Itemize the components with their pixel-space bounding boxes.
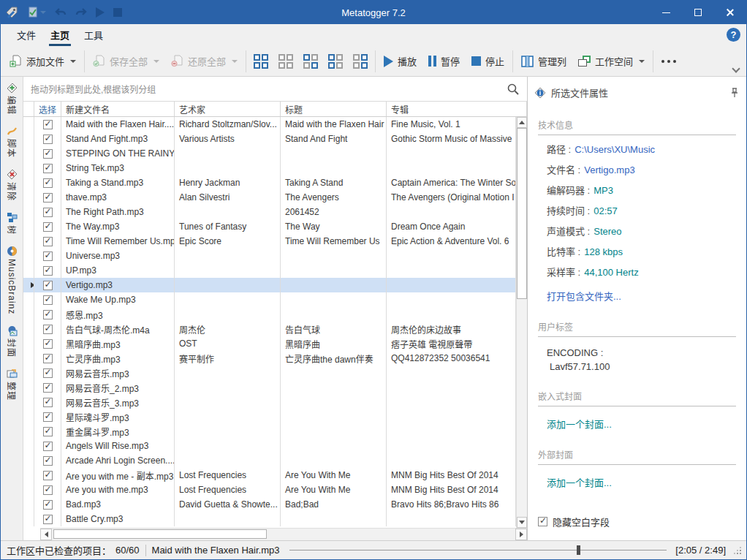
cell-title[interactable] xyxy=(281,409,387,424)
cell-filename[interactable]: The Right Path.mp3 xyxy=(61,205,175,219)
table-row[interactable]: 网易云音乐_3.mp3 xyxy=(23,395,516,409)
save-all-dropdown-icon[interactable] xyxy=(153,60,159,63)
sidebar-item-edit[interactable]: 编辑 xyxy=(6,83,18,115)
table-row[interactable]: 黑暗序曲.mp3 OST 黑暗序曲 痞子英雄 電視原聲帶 xyxy=(23,336,516,351)
cell-title[interactable] xyxy=(281,380,387,395)
qat-save-dropdown-icon[interactable] xyxy=(40,11,46,14)
cell-artist[interactable]: 赛平制作 xyxy=(175,351,281,366)
table-row[interactable]: STEPPING ON THE RAINY... xyxy=(23,146,516,161)
row-checkbox[interactable] xyxy=(43,281,53,290)
qat-play-button[interactable] xyxy=(91,1,109,24)
cell-album[interactable]: Gothic Storm Music of Massive xyxy=(387,132,516,146)
cell-title[interactable]: The Way xyxy=(281,219,387,234)
cell-title[interactable] xyxy=(281,278,387,292)
table-row[interactable]: String Tek.mp3 xyxy=(23,161,516,175)
cell-artist[interactable] xyxy=(175,409,281,424)
cell-album[interactable]: MNM Big Hits Best Of 2014 xyxy=(387,483,516,497)
cell-filename[interactable]: Bad.mp3 xyxy=(61,497,175,512)
cell-title[interactable]: 2061452 xyxy=(281,205,387,219)
row-checkbox[interactable] xyxy=(43,368,53,378)
table-row[interactable]: The Right Path.mp3 2061452 xyxy=(23,205,516,219)
sidebar-item-musicbrainz[interactable]: MusicBrainz xyxy=(7,246,18,314)
table-row[interactable]: 星际魂斗罗.mp3 xyxy=(23,409,516,424)
tab-file[interactable]: 文件 xyxy=(10,24,43,46)
table-row[interactable]: 感恩.mp3 xyxy=(23,307,516,322)
pin-icon[interactable] xyxy=(730,88,739,98)
cell-title[interactable] xyxy=(281,366,387,380)
table-row[interactable]: 告白气球-周杰伦.m4a 周杰伦 告白气球 周杰伦的床边故事 xyxy=(23,322,516,336)
table-row[interactable]: Time Will Remember Us.mp3 Epic Score Tim… xyxy=(23,234,516,249)
cell-album[interactable]: MNM Big Hits Best Of 2014 xyxy=(387,468,516,483)
cell-artist[interactable] xyxy=(175,307,281,322)
cell-artist[interactable]: OST xyxy=(175,336,281,351)
cell-album[interactable]: Fine Music, Vol. 1 xyxy=(387,117,516,132)
open-containing-folder-link[interactable]: 打开包含文件夹... xyxy=(547,289,736,303)
maximize-button[interactable] xyxy=(682,1,714,24)
cell-artist[interactable]: David Guetta & Showte... xyxy=(175,497,281,512)
restore-all-dropdown-icon[interactable] xyxy=(232,60,238,63)
cell-album[interactable] xyxy=(387,453,516,468)
cell-album[interactable]: The Avengers (Original Motion I xyxy=(387,190,516,205)
add-external-cover-link[interactable]: 添加一个封面... xyxy=(547,475,736,489)
cell-title[interactable]: Stand And Fight xyxy=(281,132,387,146)
add-embedded-cover-link[interactable]: 添加一个封面... xyxy=(547,417,736,431)
sidebar-item-organize[interactable]: 整理 xyxy=(6,368,18,401)
playback-slider-thumb[interactable] xyxy=(577,545,580,555)
cell-filename[interactable]: Are you with me - 副本.mp3 xyxy=(61,468,175,483)
cell-artist[interactable]: Tunes of Fantasy xyxy=(175,219,281,234)
cell-filename[interactable]: Taking a Stand.mp3 xyxy=(61,175,175,190)
stop-button[interactable]: 停止 xyxy=(466,50,510,73)
workspace-button[interactable]: 工作空间 xyxy=(572,50,651,73)
row-checkbox[interactable] xyxy=(43,178,53,188)
horizontal-scroll-track[interactable] xyxy=(52,529,515,540)
cell-album[interactable] xyxy=(387,307,516,322)
cell-title[interactable] xyxy=(281,292,387,307)
restore-all-button[interactable]: 还原全部 xyxy=(165,50,243,73)
help-button[interactable] xyxy=(727,28,740,42)
cell-title[interactable]: Taking A Stand xyxy=(281,175,387,190)
cell-title[interactable] xyxy=(281,395,387,409)
cell-filename[interactable]: Arcade Ahri Login Screen.... xyxy=(61,453,175,468)
cell-filename[interactable]: String Tek.mp3 xyxy=(61,161,175,175)
cell-title[interactable] xyxy=(281,146,387,161)
table-row[interactable]: UP.mp3 xyxy=(23,263,516,278)
cell-album[interactable]: 痞子英雄 電視原聲帶 xyxy=(387,336,516,351)
cell-album[interactable]: Epic Action & Adventure Vol. 6 xyxy=(387,234,516,249)
manage-columns-button[interactable]: 管理列 xyxy=(515,50,572,73)
row-checkbox[interactable] xyxy=(43,237,53,246)
horizontal-scrollbar[interactable] xyxy=(40,528,527,540)
cell-title[interactable] xyxy=(281,263,387,278)
collapse-ribbon-icon[interactable] xyxy=(732,64,740,72)
cell-album[interactable] xyxy=(387,146,516,161)
cell-filename[interactable]: The Way.mp3 xyxy=(61,219,175,234)
table-row[interactable]: Taking a Stand.mp3 Henry Jackman Taking … xyxy=(23,175,516,190)
workspace-dropdown-icon[interactable] xyxy=(639,60,645,63)
cell-title[interactable] xyxy=(281,439,387,453)
cell-album[interactable] xyxy=(387,395,516,409)
invert-check-button[interactable] xyxy=(298,50,323,73)
row-checkbox[interactable] xyxy=(43,471,53,480)
cell-artist[interactable]: Richard Stoltzman/Slov... xyxy=(175,117,281,132)
cell-artist[interactable] xyxy=(175,292,281,307)
qat-save-all-button[interactable] xyxy=(23,1,50,24)
cell-title[interactable]: Bad;Bad xyxy=(281,497,387,512)
cell-artist[interactable]: Lost Frequencies xyxy=(175,468,281,483)
table-row[interactable]: Universe.mp3 xyxy=(23,249,516,263)
cell-album[interactable] xyxy=(387,424,516,439)
row-checkbox[interactable] xyxy=(43,325,53,334)
cell-album[interactable] xyxy=(387,292,516,307)
scroll-up-button[interactable] xyxy=(517,117,527,128)
cell-title[interactable]: Are You With Me xyxy=(281,483,387,497)
cell-title[interactable] xyxy=(281,512,387,526)
cell-title[interactable]: 亡灵序曲the dawn伴奏 xyxy=(281,351,387,366)
cell-album[interactable]: QQ412872352 50036541 xyxy=(387,351,516,366)
cell-title[interactable]: Maid with the Flaxen Hair xyxy=(281,117,387,132)
cell-title[interactable]: Are You With Me xyxy=(281,468,387,483)
cell-filename[interactable]: Time Will Remember Us.mp3 xyxy=(61,234,175,249)
cell-filename[interactable]: Universe.mp3 xyxy=(61,249,175,263)
row-checkbox[interactable] xyxy=(43,515,53,524)
table-row[interactable]: 重金属斗罗.mp3 xyxy=(23,424,516,439)
cell-title[interactable] xyxy=(281,424,387,439)
cell-artist[interactable]: Various Artists xyxy=(175,132,281,146)
search-icon[interactable] xyxy=(507,83,520,96)
